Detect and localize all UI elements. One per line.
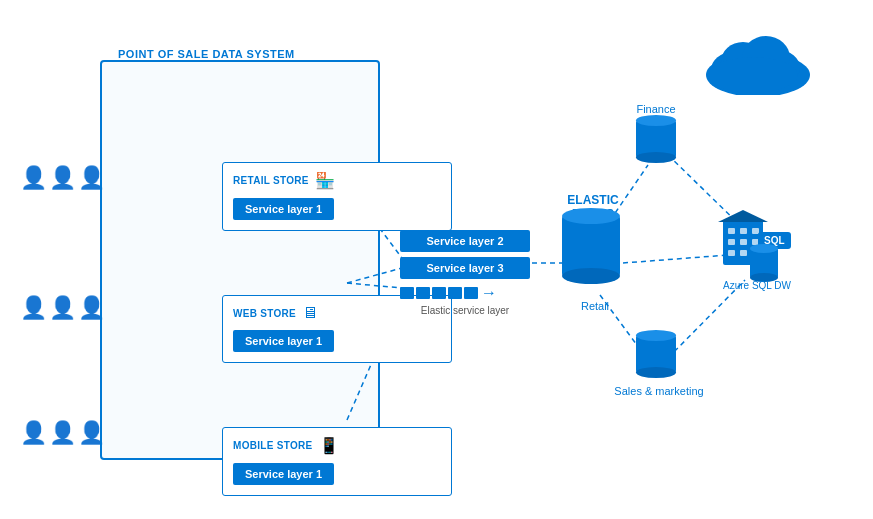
finance-cylinder xyxy=(636,120,676,158)
finance-cyl-top xyxy=(636,115,676,126)
retail-db-label: Retail xyxy=(567,300,623,312)
elastic-seg-1 xyxy=(400,287,414,299)
mobile-service-btn: Service layer 1 xyxy=(233,463,334,485)
svg-marker-17 xyxy=(718,210,768,222)
svg-rect-18 xyxy=(728,228,735,234)
retail-store-icon: 🏪 xyxy=(315,171,335,190)
svg-rect-22 xyxy=(740,239,747,245)
sql-cyl-body xyxy=(750,248,778,278)
people-group-mobile: 👤 👤 👤 xyxy=(20,420,105,446)
mobile-store-header: MOBILE STORE 📱 xyxy=(233,436,441,455)
big-cylinder-bottom xyxy=(562,268,620,284)
finance-cyl-bottom xyxy=(636,152,676,163)
svg-rect-21 xyxy=(728,239,735,245)
web-store-label: WEB STORE xyxy=(233,308,296,319)
sales-cyl-body xyxy=(636,335,676,373)
web-service-btn: Service layer 1 xyxy=(233,330,334,352)
sql-cyl-top xyxy=(750,244,778,253)
retail-service-btn: Service layer 1 xyxy=(233,198,334,220)
middle-services-box: Service layer 2 Service layer 3 → Elasti… xyxy=(400,230,545,316)
big-cylinder-body xyxy=(562,215,620,277)
service-layer-2-btn: Service layer 2 xyxy=(400,230,530,252)
mobile-store-icon: 📱 xyxy=(319,436,339,455)
mobile-store-section: MOBILE STORE 📱 Service layer 1 xyxy=(222,427,452,496)
person-icon: 👤 xyxy=(49,420,76,446)
elastic-arrow-icon: → xyxy=(481,284,497,302)
cloud-icon xyxy=(698,20,818,99)
service-layer-3-btn: Service layer 3 xyxy=(400,257,530,279)
retail-store-label: RETAIL STORE xyxy=(233,175,309,186)
elastic-segments xyxy=(400,287,478,299)
sales-label: Sales & marketing xyxy=(612,385,706,397)
person-icon: 👤 xyxy=(49,165,76,191)
azure-sql-label: Azure SQL DW xyxy=(712,280,802,291)
svg-rect-19 xyxy=(740,228,747,234)
retail-store-section: RETAIL STORE 🏪 Service layer 1 xyxy=(222,162,452,231)
elastic-seg-5 xyxy=(464,287,478,299)
elastic-seg-4 xyxy=(448,287,462,299)
pos-title: POINT OF SALE DATA SYSTEM xyxy=(112,48,301,60)
people-group-web: 👤 👤 👤 xyxy=(20,295,105,321)
retail-store-header: RETAIL STORE 🏪 xyxy=(233,171,441,190)
elastic-service-label: Elastic service layer xyxy=(400,305,530,316)
finance-label: Finance xyxy=(631,103,681,115)
person-icon: 👤 xyxy=(20,165,47,191)
svg-line-15 xyxy=(668,280,745,358)
person-icon: 👤 xyxy=(20,420,47,446)
svg-rect-24 xyxy=(728,250,735,256)
mobile-store-label: MOBILE STORE xyxy=(233,440,313,451)
sales-cylinder xyxy=(636,335,676,373)
big-cylinder-top xyxy=(562,208,620,224)
svg-point-5 xyxy=(708,57,798,93)
svg-rect-25 xyxy=(740,250,747,256)
person-icon: 👤 xyxy=(49,295,76,321)
sql-small-cylinder xyxy=(750,248,778,278)
elastic-layer-visual: → xyxy=(400,284,545,302)
sales-cyl-top xyxy=(636,330,676,341)
person-icon: 👤 xyxy=(20,295,47,321)
pos-box: POINT OF SALE DATA SYSTEM RETAIL STORE 🏪… xyxy=(100,60,380,460)
elastic-seg-2 xyxy=(416,287,430,299)
people-group-retail: 👤 👤 👤 xyxy=(20,165,105,191)
finance-cyl-body xyxy=(636,120,676,158)
svg-line-13 xyxy=(623,255,728,263)
web-store-icon: 🖥 xyxy=(302,304,318,322)
elastic-pools-cylinder xyxy=(562,215,620,277)
sales-cyl-bottom xyxy=(636,367,676,378)
elastic-seg-3 xyxy=(432,287,446,299)
